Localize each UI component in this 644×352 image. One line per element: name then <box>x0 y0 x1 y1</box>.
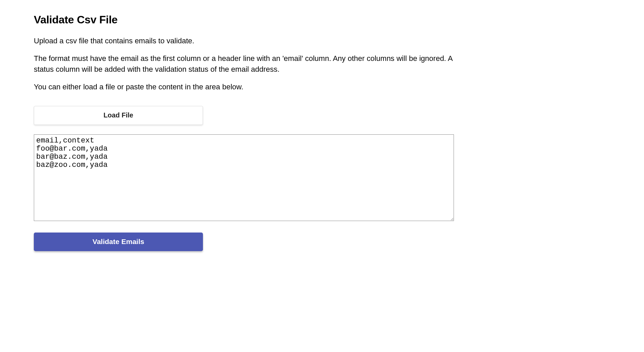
description-paragraph-3: You can either load a file or paste the … <box>34 82 453 92</box>
load-file-button[interactable]: Load File <box>34 106 203 125</box>
csv-content-textarea[interactable] <box>34 134 454 221</box>
validate-emails-button-label: Validate Emails <box>93 238 144 246</box>
description-paragraph-1: Upload a csv file that contains emails t… <box>34 36 453 46</box>
load-file-button-label: Load File <box>104 111 133 119</box>
controls-section: Load File Validate Emails <box>34 106 610 251</box>
description-paragraph-2: The format must have the email as the fi… <box>34 53 453 75</box>
page-title: Validate Csv File <box>34 14 610 26</box>
validate-emails-button[interactable]: Validate Emails <box>34 233 203 251</box>
